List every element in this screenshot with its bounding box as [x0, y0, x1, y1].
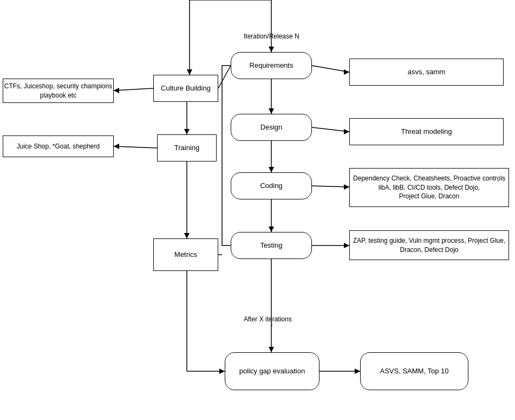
- svg-line-20: [218, 66, 231, 88]
- svg-marker-32: [219, 369, 225, 374]
- svg-line-18: [114, 146, 157, 148]
- svg-marker-7: [269, 227, 274, 232]
- coding-box: Coding: [231, 172, 312, 199]
- svg-marker-5: [269, 167, 274, 172]
- iteration-label: Iteration/Release N: [244, 33, 299, 40]
- svg-line-10: [312, 127, 349, 132]
- svg-marker-1: [269, 47, 274, 52]
- svg-marker-37: [187, 69, 192, 75]
- svg-marker-17: [114, 88, 119, 93]
- svg-line-16: [114, 88, 153, 91]
- svg-marker-29: [269, 347, 274, 352]
- after-x-label: After X iterations: [244, 315, 292, 323]
- svg-marker-24: [184, 233, 190, 238]
- svg-line-12: [312, 186, 349, 187]
- svg-marker-19: [114, 144, 119, 149]
- policy-gap-box: policy gap evaluation: [225, 352, 320, 390]
- svg-marker-34: [355, 369, 360, 374]
- requirements-box: Requirements: [231, 52, 312, 79]
- asvs-samm-box: asvs, samm: [349, 59, 504, 86]
- metrics-box: Metrics: [153, 238, 218, 271]
- svg-marker-11: [344, 129, 349, 134]
- ctfs-box: CTFs, Juiceshop, security champions play…: [3, 79, 114, 103]
- coding-tools-box: Dependency Check, Cheatsheets, Proactive…: [349, 168, 509, 207]
- svg-marker-9: [344, 69, 349, 75]
- testing-tools-box: ZAP, testing guide, Vuln mgmt process, P…: [349, 230, 509, 260]
- svg-marker-22: [184, 129, 190, 134]
- diagram: Iteration/Release N After X iterations R…: [0, 0, 515, 420]
- svg-marker-3: [269, 108, 274, 114]
- training-box: Training: [157, 134, 217, 161]
- threat-modeling-box: Threat modeling: [349, 118, 504, 145]
- testing-box: Testing: [231, 232, 312, 259]
- juice-shop-box: Juice Shop, *Goat, shepherd: [3, 135, 114, 157]
- svg-line-8: [312, 66, 349, 72]
- culture-building-box: Culture Building: [153, 75, 218, 102]
- svg-marker-15: [344, 243, 349, 248]
- asvs-top10-box: ASVS, SAMM, Top 10: [360, 352, 468, 390]
- svg-marker-13: [344, 184, 349, 190]
- design-box: Design: [231, 114, 312, 141]
